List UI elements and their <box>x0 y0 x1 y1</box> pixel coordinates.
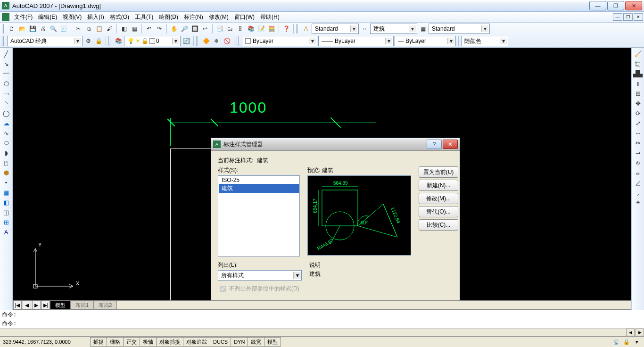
wslock-icon[interactable]: 🔒 <box>94 36 103 46</box>
block-icon[interactable]: ◧ <box>119 24 129 33</box>
dialog-help-button[interactable]: ? <box>427 140 442 149</box>
linetype-combo[interactable]: ——ByLayer▾ <box>318 36 394 46</box>
tablestyle-combo[interactable]: Standard▾ <box>429 24 490 34</box>
array-icon[interactable]: ⊞ <box>633 89 643 98</box>
grid-toggle[interactable]: 栅格 <box>107 337 124 347</box>
pline-icon[interactable]: 〰 <box>1 69 11 78</box>
polar-toggle[interactable]: 极轴 <box>140 337 157 347</box>
toolbar-grip[interactable] <box>2 24 5 33</box>
publish-icon[interactable]: 🧾 <box>59 24 68 33</box>
menu-dim[interactable]: 标注(N) <box>181 12 206 22</box>
drawing-canvas[interactable]: 1000 <box>13 48 631 300</box>
zoom-rt-icon[interactable]: 🔎 <box>180 24 189 33</box>
snap-toggle[interactable]: 捕捉 <box>90 337 107 347</box>
cmd-scroll-right[interactable]: ▶ <box>636 329 644 336</box>
rect-icon[interactable]: ▭ <box>1 89 11 98</box>
styles-listbox[interactable]: ISO-25 建筑 <box>218 175 300 256</box>
circle-icon[interactable]: ◯ <box>1 108 11 118</box>
point-icon[interactable]: • <box>1 178 11 187</box>
paste-icon[interactable]: 📋 <box>94 24 104 33</box>
spline-icon[interactable]: ∿ <box>1 128 11 138</box>
lineweight-combo[interactable]: —ByLayer▾ <box>395 36 456 46</box>
line-icon[interactable]: ╱ <box>1 49 11 58</box>
layerprev-icon[interactable]: 🔄 <box>182 36 191 46</box>
tray-arrow-icon[interactable]: ▾ <box>633 338 641 346</box>
join-icon[interactable]: ⏛ <box>633 168 643 177</box>
extend-icon[interactable]: ➞ <box>633 148 643 157</box>
cut-icon[interactable]: ✂ <box>74 24 83 33</box>
workspace-combo[interactable]: AutoCAD 经典▾ <box>7 36 83 46</box>
hatch-icon-2[interactable]: ▦ <box>1 188 11 197</box>
preview-icon[interactable]: 🔍 <box>49 24 58 33</box>
new-icon[interactable]: 🗋 <box>7 24 17 33</box>
mdi-restore[interactable]: ❐ <box>623 13 633 21</box>
menu-draw[interactable]: 绘图(D) <box>156 12 181 22</box>
modify-button[interactable]: 修改(M)... <box>419 193 458 204</box>
region-icon[interactable]: ◫ <box>1 207 11 217</box>
calc-icon[interactable]: 🧮 <box>267 24 276 33</box>
zoom-prev-icon[interactable]: ↩ <box>200 24 210 33</box>
menu-edit[interactable]: 编辑(E) <box>35 12 60 22</box>
style-item-jianzhu[interactable]: 建筑 <box>219 184 299 193</box>
pan-icon[interactable]: ✋ <box>169 24 179 33</box>
minimize-button[interactable]: — <box>589 1 606 10</box>
dialog-titlebar[interactable]: A 标注样式管理器 ? ✕ <box>211 138 460 151</box>
chamfer-icon[interactable]: ◿ <box>633 178 643 187</box>
menu-format[interactable]: 格式(O) <box>107 12 132 22</box>
tab-nav-prev[interactable]: ◀ <box>23 301 31 309</box>
plotcolor-combo[interactable]: 随颜色▾ <box>461 36 508 46</box>
layer-combo[interactable]: 💡 ☀ 🔓 0 ▾ <box>124 36 181 46</box>
gradient-icon[interactable]: ◧ <box>1 198 11 207</box>
print-icon[interactable]: 🖨 <box>38 24 48 33</box>
explode-icon[interactable]: ✴ <box>633 198 643 207</box>
stretch-icon[interactable]: ↔ <box>633 128 643 138</box>
close-button[interactable]: ✕ <box>625 1 642 10</box>
dyn-toggle[interactable]: DYN <box>231 337 248 347</box>
menu-view[interactable]: 视图(V) <box>60 12 84 22</box>
mdi-minimize[interactable]: — <box>613 13 622 21</box>
color-combo[interactable]: ByLayer▾ <box>242 36 317 46</box>
ssm-icon[interactable]: 📚 <box>246 24 256 33</box>
textstyle-combo[interactable]: Standard▾ <box>312 24 359 34</box>
tab-model[interactable]: 模型 <box>50 301 71 309</box>
hatch-icon[interactable]: ▦ <box>130 24 139 33</box>
override-button[interactable]: 替代(O)... <box>419 206 458 217</box>
list-filter-combo[interactable]: 所有样式▾ <box>218 270 302 281</box>
wssettings-icon[interactable]: ⚙ <box>83 36 93 46</box>
dc-icon[interactable]: 🗂 <box>225 24 235 33</box>
break-icon[interactable]: ⎋ <box>633 158 643 167</box>
layeriso-icon[interactable]: 🔶 <box>201 36 211 46</box>
copy-icon[interactable]: ⧉ <box>84 24 93 33</box>
layerfrz-icon[interactable]: ❄ <box>212 36 221 46</box>
dimstyle-combo[interactable]: 建筑▾ <box>370 24 417 34</box>
move-icon[interactable]: ✥ <box>633 99 643 108</box>
save-icon[interactable]: 💾 <box>28 24 37 33</box>
redo-icon[interactable]: ↷ <box>155 24 164 33</box>
menu-insert[interactable]: 插入(I) <box>84 12 107 22</box>
copyobj-icon[interactable]: ⿻ <box>633 59 643 68</box>
toolbar-grip-3[interactable] <box>2 36 5 46</box>
tab-nav-last[interactable]: ▶| <box>41 301 50 309</box>
toolbar-grip-2[interactable] <box>296 24 299 33</box>
fillet-icon[interactable]: ◞ <box>633 188 643 197</box>
toolbar-grip-4[interactable] <box>108 36 111 46</box>
tp-icon[interactable]: 🎚 <box>236 24 245 33</box>
tab-layout1[interactable]: 布局1 <box>70 301 94 309</box>
toolbar-grip-6[interactable] <box>237 36 239 46</box>
ortho-toggle[interactable]: 正交 <box>123 337 140 347</box>
toolbar-grip-5[interactable] <box>196 36 199 46</box>
mtext-icon[interactable]: A <box>1 227 11 237</box>
new-button[interactable]: 新建(N)... <box>419 180 458 191</box>
otrack-toggle[interactable]: 对象追踪 <box>183 337 210 347</box>
maximize-button[interactable]: ❐ <box>607 1 624 10</box>
polygon-icon[interactable]: ⬠ <box>1 79 11 88</box>
block-icon-2[interactable]: ⬢ <box>1 168 11 177</box>
insert-icon[interactable]: ⍞ <box>1 158 11 167</box>
layermgr-icon[interactable]: 📚 <box>114 36 123 46</box>
help-icon[interactable]: ❓ <box>281 24 291 33</box>
properties-icon[interactable]: 📑 <box>215 24 224 33</box>
menu-modify[interactable]: 修改(M) <box>206 12 231 22</box>
mdi-close[interactable]: ✕ <box>634 13 643 21</box>
arc-icon[interactable]: ◝ <box>1 99 11 108</box>
table-icon[interactable]: ⊞ <box>1 217 11 227</box>
